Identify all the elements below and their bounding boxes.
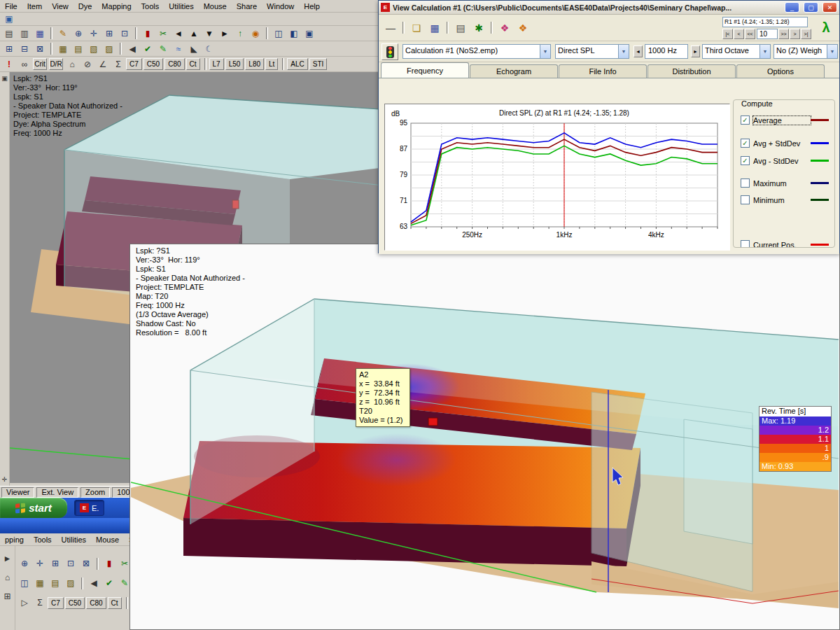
pencil-icon[interactable]: ✎ [56,27,70,40]
recalculate-icon[interactable]: ✱ [470,20,487,36]
menu-item-menu[interactable]: Item [22,1,47,12]
save-icon[interactable]: ▦ [426,20,443,36]
tab-options[interactable]: Options [736,64,825,78]
menu-utilities[interactable]: Utilities [164,1,198,12]
shadow-icon[interactable]: ☾ [202,42,216,55]
link-icon[interactable]: ∞ [18,57,31,71]
mapping-patches-icon[interactable]: ❖ [514,20,531,36]
maximum-checkbox[interactable] [741,178,750,188]
status-zoom[interactable]: Zoom [80,487,110,498]
edit-icon[interactable]: ✎ [156,42,170,55]
sum-icon[interactable]: Σ [111,57,125,71]
alc-button[interactable]: ALC [287,58,307,70]
close-button[interactable]: ✕ [822,2,837,13]
nav-back-button[interactable]: << [745,29,755,39]
step-input[interactable]: 10 [757,29,778,39]
window-split-icon[interactable]: ◧ [287,27,301,40]
insert-seat-icon[interactable]: ▮ [102,557,116,570]
mirror-x-icon[interactable]: ⊞ [2,42,16,55]
nav-first-button[interactable]: |< [722,29,733,39]
ct-button[interactable]: Ct [186,58,200,70]
pick-icon[interactable]: ▷ [18,596,31,610]
status-ext-view[interactable]: Ext. View [36,487,78,498]
focus-icon[interactable]: ◉ [248,27,262,40]
menu-mapping-cut[interactable]: pping [0,534,29,545]
calculation-combo[interactable]: Calculation #1 (NoS2.emp) ▼ [402,44,551,59]
angle-icon[interactable]: ∠ [96,57,110,71]
bandwidth-combo[interactable]: Third Octave ▼ [702,44,771,59]
room-tool-icon[interactable]: ⌂ [1,570,15,584]
arrow-tool-icon[interactable]: ► [1,552,15,565]
insert-face-icon[interactable]: ▦ [56,42,70,55]
grid-tool-icon[interactable]: ⊞ [1,589,15,603]
map-type-combo[interactable]: Direct SPL ▼ [555,44,629,59]
c7-button[interactable]: C7 [126,58,142,70]
arrow-down-icon[interactable]: ▼ [202,27,216,40]
window-new-icon[interactable]: ◫ [272,27,286,40]
object-list-icon[interactable]: ▨ [102,42,116,55]
cut-icon[interactable]: ✂ [156,27,170,40]
arrow-right-icon[interactable]: ► [218,27,232,40]
c80-button[interactable]: C80 [164,58,184,70]
menu-view[interactable]: View [47,1,74,12]
menu-mouse[interactable]: Mouse [199,1,232,12]
copy-icon[interactable]: ▥ [18,27,31,40]
check-data-icon[interactable]: ✔ [102,577,116,590]
zoom-window-icon[interactable]: ⊞ [102,27,116,40]
avg-stddev-checkbox[interactable]: ✓ [741,156,750,165]
wave-icon[interactable]: ≈ [172,42,186,55]
tab-frequency[interactable]: Frequency [381,62,469,78]
mirror-z-icon[interactable]: ⊠ [33,42,47,55]
view-mode-icon[interactable]: ▣ [1,74,9,83]
tab-file-info[interactable]: File Info [559,64,647,78]
chevron-down-icon[interactable]: ▼ [827,45,837,58]
fit-view-icon[interactable]: ⊡ [118,27,132,40]
taskbar-ease-button[interactable]: E E. [74,500,104,516]
report-icon[interactable]: ▤ [452,20,469,36]
insert-edge-icon[interactable]: ▤ [71,42,85,55]
menu-mouse[interactable]: Mouse [91,534,124,545]
check-data-icon[interactable]: ✔ [141,42,155,55]
crit-button[interactable]: Crit [33,58,47,70]
new-view-icon[interactable]: ▣ [2,13,16,26]
nav-prev-button[interactable]: < [734,29,744,39]
start-button[interactable]: start [0,498,67,518]
menu-tools[interactable]: Tools [136,1,164,12]
insert-face-icon[interactable]: ▦ [33,577,47,590]
chevron-down-icon[interactable]: ▼ [618,45,629,58]
menu-file[interactable]: File [0,1,22,12]
position-field[interactable]: R1 #1 (4.24; -1.35; 1.28) [722,17,808,27]
c7-button[interactable]: C7 [48,597,64,609]
tab-distribution[interactable]: Distribution [648,64,736,78]
menu-tools[interactable]: Tools [29,534,57,545]
room-icon[interactable]: ⌂ [65,57,79,71]
center-icon[interactable]: ⊕ [71,27,85,40]
loudspeaker-icon[interactable]: ◀ [87,577,101,590]
mirror-y-icon[interactable]: ⊟ [18,42,31,55]
traffic-light-icon[interactable] [382,43,398,60]
l80-button[interactable]: L80 [245,58,264,70]
status-viewer[interactable]: Viewer [1,487,34,498]
warning-icon[interactable]: ! [2,57,16,71]
window-grid-icon[interactable]: ▣ [302,27,316,40]
raise-icon[interactable]: ↑ [233,27,247,40]
walker-exit-icon[interactable]: λ [816,21,836,34]
arrow-up-icon[interactable]: ▲ [187,27,201,40]
loudspeaker-icon[interactable]: ◀ [125,42,139,55]
center-icon[interactable]: ⊕ [18,557,31,570]
nav-next-button[interactable]: > [790,29,800,39]
open-icon[interactable]: ❏ [408,20,425,36]
chevron-down-icon[interactable]: ▼ [760,45,770,58]
ct-button[interactable]: Ct [108,597,122,609]
mute-icon[interactable]: ⊘ [80,57,94,71]
menu-help[interactable]: Help [299,1,325,12]
close-view-icon[interactable]: ⊠ [79,557,93,570]
print-icon[interactable]: ▤ [2,27,16,40]
zoom-window-icon[interactable]: ⊞ [48,557,62,570]
maximize-button[interactable]: ▢ [804,2,818,13]
insert-vertex-icon[interactable]: ▧ [87,42,101,55]
insert-seat-icon[interactable]: ▮ [141,27,155,40]
dr-button[interactable]: D/R [49,58,63,70]
weighting-combo[interactable]: No (Z) Weigh ▼ [774,44,838,59]
menu-share[interactable]: Share [232,1,262,12]
